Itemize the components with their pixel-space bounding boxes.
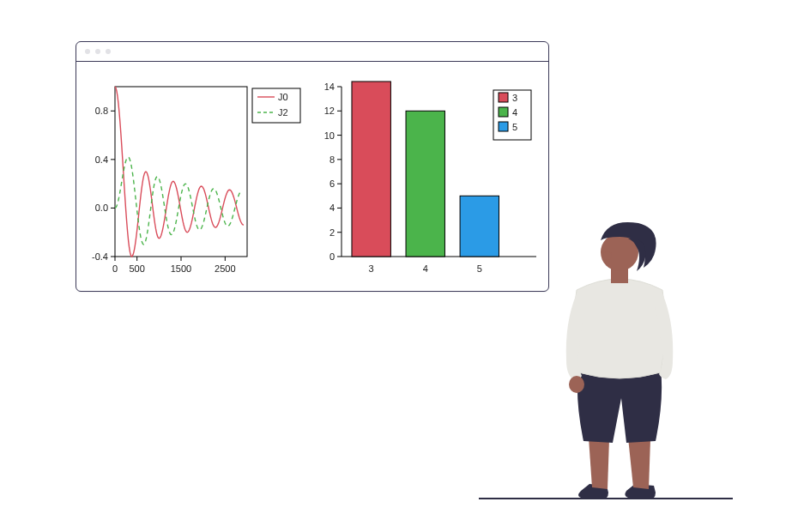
svg-text:0.4: 0.4 [95, 154, 108, 165]
svg-text:J2: J2 [278, 107, 288, 118]
svg-text:0: 0 [112, 263, 118, 274]
svg-text:1500: 1500 [171, 263, 191, 274]
svg-text:12: 12 [324, 106, 335, 116]
svg-text:4: 4 [512, 107, 517, 118]
svg-text:0.8: 0.8 [95, 106, 108, 116]
svg-text:2500: 2500 [215, 263, 235, 274]
svg-point-56 [603, 251, 612, 260]
line-chart: -0.40.00.40.8050015002500J0J2 [76, 61, 312, 291]
svg-rect-49 [499, 107, 508, 117]
svg-text:-0.4: -0.4 [92, 251, 108, 262]
svg-text:5: 5 [512, 122, 517, 132]
svg-rect-47 [499, 93, 508, 102]
svg-text:4: 4 [329, 203, 335, 213]
svg-point-53 [569, 376, 584, 393]
svg-text:2: 2 [329, 227, 335, 238]
svg-text:3: 3 [512, 93, 517, 103]
svg-text:0: 0 [329, 251, 335, 262]
window-titlebar [76, 42, 548, 62]
chart-window: -0.40.00.40.8050015002500J0J2 0246810121… [76, 41, 549, 292]
window-dot [85, 49, 90, 54]
svg-text:0.0: 0.0 [95, 203, 108, 213]
svg-text:6: 6 [329, 178, 335, 189]
svg-text:J0: J0 [278, 92, 288, 102]
svg-rect-51 [499, 122, 508, 131]
svg-rect-17 [252, 88, 300, 123]
window-dot [95, 49, 100, 54]
svg-rect-0 [115, 87, 247, 257]
bar-chart: 02468101214345345 [312, 61, 548, 291]
svg-text:8: 8 [329, 154, 335, 165]
svg-rect-44 [460, 196, 499, 257]
svg-text:10: 10 [324, 130, 335, 141]
svg-text:3: 3 [369, 263, 374, 274]
line-chart-pane: -0.40.00.40.8050015002500J0J2 [76, 61, 312, 291]
svg-rect-40 [352, 82, 390, 257]
bar-chart-pane: 02468101214345345 [312, 61, 548, 291]
window-dot [106, 49, 111, 54]
svg-text:500: 500 [129, 263, 144, 274]
svg-text:5: 5 [477, 263, 482, 274]
svg-text:4: 4 [423, 263, 428, 274]
svg-rect-42 [406, 111, 444, 257]
person-illustration [534, 215, 705, 506]
svg-text:14: 14 [324, 82, 335, 92]
